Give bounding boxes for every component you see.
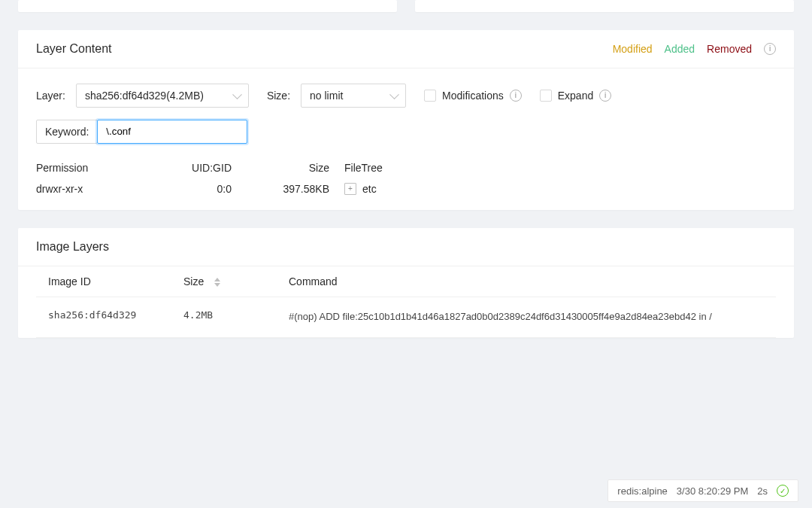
modifications-toggle[interactable]: Modifications i <box>424 90 522 102</box>
cell-size: 397.58KB <box>247 183 344 195</box>
layer-selected-value: sha256:df64d329(4.2MB) <box>85 90 204 102</box>
info-icon[interactable]: i <box>764 43 776 55</box>
keyword-label: Keyword: <box>36 120 98 144</box>
table-header-row: Image ID Size Command <box>36 266 776 297</box>
status-time: 3/30 8:20:29 PM <box>677 485 748 497</box>
layer-content-header: Layer Content Modified Added Removed i <box>18 30 794 68</box>
layer-content-card: Layer Content Modified Added Removed i L… <box>18 30 794 210</box>
col-size: Size <box>247 162 344 174</box>
col-image-id[interactable]: Image ID <box>36 266 171 297</box>
legend-removed: Removed <box>707 43 752 55</box>
legend-modified: Modified <box>613 43 653 55</box>
filetree-name[interactable]: etc <box>362 183 377 195</box>
expand-icon[interactable]: + <box>344 183 356 195</box>
image-layers-title: Image Layers <box>36 240 109 254</box>
expand-checkbox[interactable] <box>540 90 552 102</box>
caret-down-icon <box>214 283 220 287</box>
layers-table: Image ID Size Command s <box>36 266 776 338</box>
size-select[interactable]: no limit <box>301 84 406 108</box>
check-circle-icon: ✓ <box>777 485 789 497</box>
layer-content-body: Layer: sha256:df64d329(4.2MB) Size: no l… <box>18 68 794 210</box>
change-legend: Modified Added Removed i <box>613 43 776 55</box>
size-selected-value: no limit <box>310 90 343 102</box>
filetree-header-row: Permission UID:GID Size FileTree <box>36 162 776 174</box>
col-uidgid: UID:GID <box>164 162 247 174</box>
col-permission: Permission <box>36 162 164 174</box>
layer-content-title: Layer Content <box>36 42 112 56</box>
keyword-input[interactable] <box>97 120 247 144</box>
col-size[interactable]: Size <box>171 266 277 297</box>
info-icon[interactable]: i <box>599 90 611 102</box>
col-filetree: FileTree <box>344 162 776 174</box>
layer-label: Layer: <box>36 84 65 108</box>
image-layers-body: Image ID Size Command s <box>18 266 794 338</box>
filetree-row: drwxr-xr-x 0:0 397.58KB + etc <box>36 183 776 195</box>
col-command[interactable]: Command <box>277 266 776 297</box>
filter-row-1: Layer: sha256:df64d329(4.2MB) Size: no l… <box>36 84 776 108</box>
layer-filter: Layer: sha256:df64d329(4.2MB) <box>36 84 249 108</box>
cell-size: 4.2MB <box>171 297 277 338</box>
cell-uidgid: 0:0 <box>164 183 247 195</box>
card-placeholder-right <box>415 0 794 12</box>
col-size-label: Size <box>183 275 204 287</box>
size-label: Size: <box>267 84 290 108</box>
sort-icon[interactable] <box>214 278 220 287</box>
col-image-id-label: Image ID <box>48 275 91 287</box>
size-filter: Size: no limit <box>267 84 406 108</box>
legend-added: Added <box>665 43 695 55</box>
info-icon[interactable]: i <box>510 90 522 102</box>
expand-label: Expand <box>558 90 593 102</box>
cell-command: #(nop) ADD file:25c10b1d1b41d46a1827ad0b… <box>277 297 776 338</box>
cell-image-id: sha256:df64d329 <box>36 297 171 338</box>
keyword-filter: Keyword: <box>36 120 247 144</box>
status-bar: redis:alpine 3/30 8:20:29 PM 2s ✓ <box>607 479 798 502</box>
modifications-label: Modifications <box>442 90 504 102</box>
image-layers-card: Image Layers Image ID Size <box>18 228 794 338</box>
table-row: sha256:df64d329 4.2MB #(nop) ADD file:25… <box>36 297 776 338</box>
card-placeholder-left <box>18 0 397 12</box>
caret-up-icon <box>214 278 220 281</box>
status-image: redis:alpine <box>617 485 668 497</box>
expand-toggle[interactable]: Expand i <box>540 90 611 102</box>
image-layers-header: Image Layers <box>18 228 794 266</box>
filter-row-2: Keyword: <box>36 120 776 144</box>
top-panels-placeholder <box>0 0 812 12</box>
cell-filetree: + etc <box>344 183 776 195</box>
layer-select[interactable]: sha256:df64d329(4.2MB) <box>76 84 249 108</box>
status-duration: 2s <box>757 485 768 497</box>
modifications-checkbox[interactable] <box>424 90 436 102</box>
cell-permission: drwxr-xr-x <box>36 183 164 195</box>
col-command-label: Command <box>289 275 338 287</box>
